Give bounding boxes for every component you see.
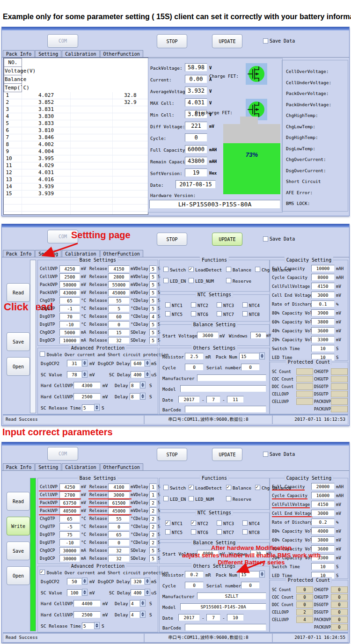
- dsgocp-delay-field[interactable]: 640: [131, 360, 145, 367]
- cycle-field[interactable]: 0: [185, 582, 204, 589]
- stop-button[interactable]: STOP: [157, 448, 187, 461]
- capacity-value-field[interactable]: 8000: [311, 274, 335, 281]
- checkbox[interactable]: [242, 311, 248, 316]
- ntc-checkbox-item[interactable]: NTC7: [217, 528, 242, 537]
- param-value-field[interactable]: 75: [59, 531, 80, 538]
- delay-value-field[interactable]: 1: [149, 491, 157, 498]
- checkbox[interactable]: [226, 267, 231, 272]
- param-value-field[interactable]: 2500: [59, 273, 80, 280]
- release-value-field[interactable]: 55: [108, 297, 130, 304]
- param-value-field[interactable]: 5000: [59, 329, 80, 336]
- release-value-field[interactable]: 32: [108, 555, 130, 562]
- hardware-version-field[interactable]: LH-SP15S003-P15S-80A: [149, 200, 280, 209]
- function-checkbox-item[interactable]: Balance: [226, 484, 255, 492]
- pack-num-spinner[interactable]: [259, 352, 265, 359]
- table-row[interactable]: [4, 212, 148, 215]
- delay-value-field[interactable]: 2: [149, 499, 157, 506]
- open-button[interactable]: Open: [7, 566, 30, 585]
- ntc-checkbox-item[interactable]: NTC3: [217, 301, 242, 310]
- capacity-value-field[interactable]: 0.1: [311, 300, 335, 307]
- checkbox[interactable]: [242, 520, 248, 526]
- delay-value-field[interactable]: 5: [149, 321, 157, 328]
- hard-cellovp-field[interactable]: 4300: [73, 382, 101, 389]
- capacity-value-field[interactable]: 3300: [311, 554, 335, 561]
- table-row[interactable]: 10 3.995: [4, 155, 148, 162]
- sc-delay-field[interactable]: 400: [131, 371, 145, 378]
- read-button[interactable]: Read: [7, 492, 30, 511]
- capacity-value-field[interactable]: 4150: [311, 501, 335, 508]
- capacity-value-field[interactable]: 16000: [311, 492, 335, 499]
- table-row[interactable]: [4, 198, 148, 205]
- date-day-field[interactable]: 10: [227, 614, 244, 621]
- checkbox[interactable]: [189, 278, 194, 283]
- metric-value-field[interactable]: 4.031: [185, 98, 207, 107]
- com-button[interactable]: COM: [47, 447, 78, 461]
- checkbox[interactable]: [163, 267, 168, 272]
- function-checkbox-item[interactable]: Reserve: [226, 277, 255, 285]
- hard-celluvp-delay-field[interactable]: 8: [130, 393, 140, 400]
- capacity-value-field[interactable]: 10: [311, 563, 335, 570]
- manufacturer-field[interactable]: SZLLT: [197, 593, 266, 600]
- checkbox[interactable]: [217, 311, 222, 316]
- capacity-value-field[interactable]: 3300: [311, 336, 335, 343]
- table-row[interactable]: 8 4.002: [4, 141, 148, 148]
- tab[interactable]: Setting: [35, 50, 61, 57]
- update-button[interactable]: UPDATE: [212, 34, 242, 48]
- param-value-field[interactable]: 65: [59, 515, 80, 522]
- table-row[interactable]: [4, 205, 148, 212]
- tab[interactable]: Setting: [35, 463, 61, 470]
- table-row[interactable]: 13 4.016: [4, 176, 148, 183]
- param-value-field[interactable]: 40500: [59, 507, 80, 514]
- capacity-value-field[interactable]: 3000: [311, 510, 335, 517]
- table-row[interactable]: 3 3.831: [4, 106, 148, 113]
- param-value-field[interactable]: 58000: [59, 281, 80, 288]
- windows-field[interactable]: 30: [250, 550, 266, 557]
- param-value-field[interactable]: -10: [59, 539, 80, 546]
- serial-field[interactable]: 0: [241, 582, 260, 589]
- pack-num-spinner[interactable]: [259, 571, 265, 578]
- param-value-field[interactable]: 4250: [59, 483, 80, 490]
- delay-value-field[interactable]: 5: [149, 337, 157, 344]
- function-checkbox-item[interactable]: LED_NUM: [189, 495, 226, 504]
- tab[interactable]: Calibration: [62, 250, 99, 257]
- delay-value-field[interactable]: 2: [149, 515, 157, 522]
- release-value-field[interactable]: 4150: [108, 265, 130, 272]
- tab[interactable]: Pack Info: [3, 50, 35, 57]
- ntc-checkbox-item[interactable]: NTC4: [242, 301, 268, 310]
- stop-button[interactable]: STOP: [157, 34, 187, 48]
- delay-value-field[interactable]: 5: [149, 297, 157, 304]
- update-button[interactable]: UPDATE: [212, 448, 242, 461]
- cell-voltage-table[interactable]: NO. Voltage(V) Balance Temp(`C) 1 4.027 …: [3, 58, 148, 215]
- start-voltage-field[interactable]: 3600: [197, 332, 219, 339]
- release-value-field[interactable]: 15: [108, 329, 130, 336]
- checkbox[interactable]: [217, 302, 222, 307]
- capacity-value-field[interactable]: 3600: [311, 327, 335, 334]
- resistor-field[interactable]: 2.5: [185, 353, 204, 360]
- function-checkbox-item[interactable]: Switch: [163, 484, 189, 492]
- tab[interactable]: Calibration: [62, 463, 99, 470]
- resistor-field[interactable]: 0.2: [185, 571, 204, 578]
- save-data-checkbox[interactable]: [263, 236, 268, 242]
- delay-value-field[interactable]: 2: [149, 523, 157, 530]
- tab[interactable]: OtherFunction: [100, 250, 143, 257]
- ntc-checkbox-item[interactable]: NTC6: [191, 528, 217, 537]
- param-value-field[interactable]: 70: [59, 313, 80, 320]
- dsgocp2-spinner[interactable]: [82, 578, 88, 585]
- ntc-checkbox-item[interactable]: NTC1: [165, 301, 191, 310]
- function-checkbox-item[interactable]: Balance: [226, 266, 255, 274]
- read-button[interactable]: Read: [7, 283, 30, 302]
- ntc-checkbox-item[interactable]: NTC6: [191, 310, 217, 319]
- ntc-checkbox-item[interactable]: NTC2: [191, 301, 217, 310]
- param-value-field[interactable]: 10000: [59, 337, 80, 344]
- update-button[interactable]: UPDATE: [212, 233, 242, 246]
- function-checkbox-item[interactable]: Switch: [163, 266, 189, 274]
- table-row[interactable]: 1 4.027 32.8: [4, 92, 148, 99]
- release-value-field[interactable]: 45000: [108, 507, 130, 514]
- release-value-field[interactable]: 60: [108, 313, 130, 320]
- metric-value-field[interactable]: 60000: [185, 145, 207, 154]
- delay-value-field[interactable]: 5: [149, 289, 157, 296]
- release-value-field[interactable]: 0: [108, 539, 130, 546]
- sc-value-field[interactable]: 100: [67, 589, 82, 596]
- delay-value-field[interactable]: 2: [149, 539, 157, 546]
- sc-value-spinner[interactable]: [82, 371, 88, 378]
